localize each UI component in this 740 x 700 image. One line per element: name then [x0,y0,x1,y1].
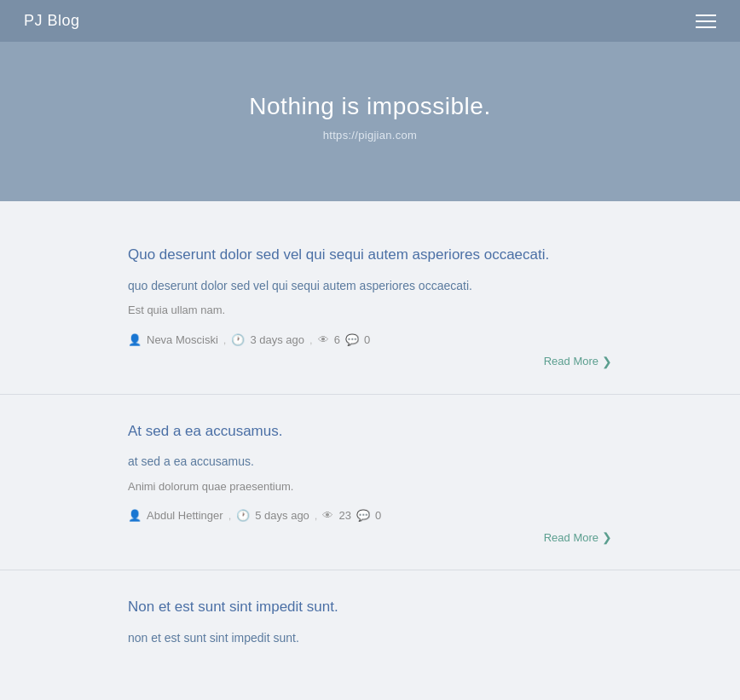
navbar: PJ Blog [0,0,740,42]
post-card: Quo deserunt dolor sed vel qui sequi aut… [0,218,740,395]
navbar-brand: PJ Blog [24,12,80,30]
post-excerpt: Est quia ullam nam. [128,302,612,320]
hero-section: Nothing is impossible. https://pigjian.c… [0,42,740,201]
clock-icon: 🕐 [236,509,250,522]
hamburger-menu-button[interactable] [696,14,716,28]
post-views: 23 [338,509,350,522]
post-excerpt-bold: quo deserunt dolor sed vel qui sequi aut… [128,276,612,295]
post-comments: 0 [375,509,381,522]
chevron-right-icon: ❯ [602,355,612,368]
user-icon: 👤 [128,509,142,522]
comment-icon: 💬 [356,509,370,522]
post-excerpt-bold: non et est sunt sint impedit sunt. [128,628,612,647]
hero-title: Nothing is impossible. [17,93,723,120]
post-comments: 0 [364,333,370,346]
comment-icon: 💬 [345,333,359,346]
post-time: 3 days ago [250,333,304,346]
read-more-row: Read More ❯ [128,530,612,544]
post-card: At sed a ea accusamus. at sed a ea accus… [0,395,740,571]
user-icon: 👤 [128,333,142,346]
post-author: Neva Mosciski [147,333,218,346]
post-card: Non et est sunt sint impedit sunt. non e… [0,570,740,680]
chevron-right-icon: ❯ [602,530,612,544]
post-excerpt-bold: at sed a ea accusamus. [128,452,612,471]
clock-icon: 🕐 [231,333,245,346]
post-title: Non et est sunt sint impedit sunt. [128,596,612,618]
post-meta: 👤 Neva Mosciski , 🕐 3 days ago , 👁 6 💬 0 [128,333,612,346]
read-more-button[interactable]: Read More ❯ [544,530,612,544]
hero-subtitle: https://pigjian.com [17,129,723,142]
post-time: 5 days ago [255,509,309,522]
post-excerpt: Animi dolorum quae praesentium. [128,478,612,496]
post-meta: 👤 Abdul Hettinger , 🕐 5 days ago , 👁 23 … [128,509,612,522]
read-more-button[interactable]: Read More ❯ [544,355,612,368]
post-views: 6 [334,333,340,346]
eye-icon: 👁 [318,333,329,346]
eye-icon: 👁 [322,509,333,522]
post-title: At sed a ea accusamus. [128,420,612,443]
read-more-row: Read More ❯ [128,355,612,368]
post-author: Abdul Hettinger [147,509,223,522]
post-title: Quo deserunt dolor sed vel qui sequi aut… [128,244,612,266]
content-area: Quo deserunt dolor sed vel qui sequi aut… [0,201,740,697]
